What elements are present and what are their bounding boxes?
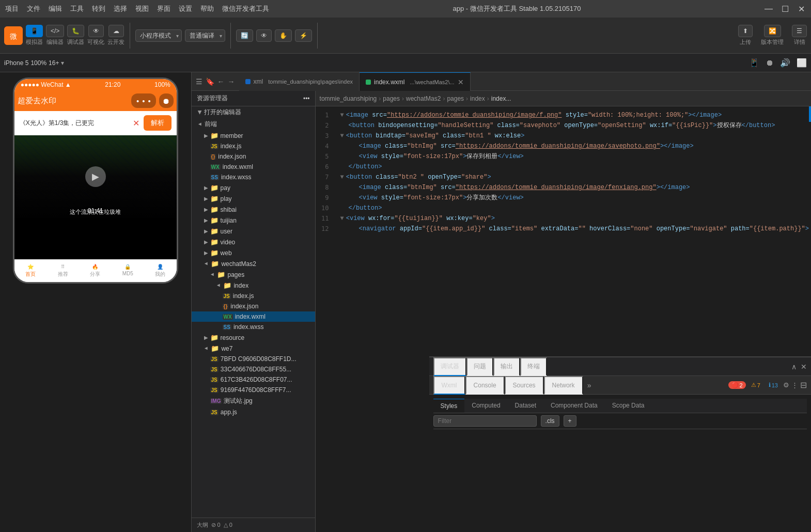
tree-item-we7[interactable]: ▼ 📁 we7 [192, 343, 315, 354]
detail-tool[interactable]: ☰ 详情 [792, 25, 807, 46]
tree-item-index-folder[interactable]: ▼ 📁 index [192, 280, 315, 291]
upload-button[interactable]: ⬆ [738, 25, 753, 37]
analyze-button[interactable]: 解析 [144, 115, 171, 131]
tree-item-33c4[interactable]: JS 33C406676D08C8FF55... [192, 364, 315, 374]
tab-problems[interactable]: 问题 [466, 357, 493, 376]
cloud-button[interactable]: ☁ [108, 25, 124, 37]
audio-button[interactable]: 🔊 [780, 58, 790, 68]
tree-item-pages[interactable]: ▼ 📁 pages [192, 269, 315, 280]
more-icon[interactable]: ••• [303, 95, 310, 102]
refresh-tool[interactable]: 🔄 [236, 29, 253, 42]
record-button[interactable]: ⏺ [766, 58, 774, 68]
tree-item-7bfd[interactable]: JS 7BFD C9606D08C8FF1D... [192, 354, 315, 364]
nav-home[interactable]: ⭐ 首页 [25, 264, 36, 278]
inspect-button[interactable]: 👁 [256, 29, 272, 42]
close-icon[interactable]: ✕ [133, 118, 139, 128]
tree-item-member-js[interactable]: JS index.js [192, 141, 315, 151]
mode-selector-group[interactable]: 小程序模式 [135, 29, 182, 42]
gesture-button[interactable]: ✋ [275, 29, 292, 42]
devtool-console[interactable]: Console [465, 376, 505, 395]
tree-item-user[interactable]: ▶ 📁 user [192, 226, 315, 237]
panel-tab-styles[interactable]: Styles [433, 399, 465, 413]
menu-view[interactable]: 视图 [135, 4, 149, 13]
filter-input[interactable] [433, 415, 537, 427]
close-button[interactable]: ✕ [798, 5, 806, 13]
nav-md5[interactable]: 🔒 MD5 [122, 264, 133, 278]
frontend-section[interactable]: ▼ 前端 [192, 118, 315, 130]
menu-edit[interactable]: 编辑 [49, 4, 62, 13]
nav-recommend[interactable]: ⠿ 推荐 [58, 264, 68, 278]
nav-mine[interactable]: 👤 我的 [155, 264, 165, 278]
tree-item-video[interactable]: ▶ 📁 video [192, 237, 315, 247]
tab-output[interactable]: 输出 [493, 357, 520, 376]
debugger-tool[interactable]: 🐛 调试器 [67, 25, 84, 46]
fullscreen-button[interactable]: ⬜ [797, 58, 807, 68]
tree-item-index-js[interactable]: JS index.js [192, 291, 315, 301]
breadcrumb-wechatmas2[interactable]: wechatMas2 [406, 95, 441, 102]
tree-item-index-wxml[interactable]: WX index.wxml [192, 311, 315, 322]
panel-tab-computed[interactable]: Computed [464, 399, 507, 413]
tree-item-index-wxss[interactable]: SS index.wxss [192, 322, 315, 332]
tree-item-pay[interactable]: ▶ 📁 pay [192, 182, 315, 193]
video-player[interactable]: ▶ 01:41 这个流浪汉在垃圾堆 [14, 135, 177, 218]
menu-bar[interactable]: 项目 文件 编辑 工具 转到 选择 视图 界面 设置 帮助 微信开发者工具 [5, 4, 269, 13]
nav-share[interactable]: 🔥 分享 [90, 264, 100, 278]
panel-tab-dataset[interactable]: Dataset [508, 399, 543, 413]
breadcrumb-root[interactable]: tommie_duanshiping [320, 95, 377, 102]
forward-button[interactable]: → [228, 77, 235, 86]
tree-item-app-js[interactable]: JS app.js [192, 407, 315, 417]
minimize-button[interactable]: — [765, 5, 773, 13]
devtool-wxml[interactable]: Wxml [433, 376, 465, 395]
tree-item-617c[interactable]: JS 617C3B426D08C8FF07... [192, 374, 315, 385]
menu-select[interactable]: 选择 [114, 4, 127, 13]
tree-item-shibai[interactable]: ▶ 📁 shibai [192, 204, 315, 215]
mode-selector[interactable]: 小程序模式 [135, 29, 182, 42]
tree-item-web[interactable]: ▶ 📁 web [192, 247, 315, 258]
devtools-dock-button[interactable]: ⊟ [800, 380, 807, 390]
simulator-tool[interactable]: 📱 模拟器 [26, 25, 43, 46]
menu-project[interactable]: 项目 [5, 4, 19, 13]
visual-tool[interactable]: 👁 可视化 [87, 25, 104, 46]
tab-terminal[interactable]: 终端 [520, 357, 547, 376]
tab-debugger[interactable]: 调试器 [433, 357, 466, 376]
detail-button[interactable]: ☰ [792, 25, 807, 37]
tab-wxml[interactable]: index.wxml ...\wechatMas2\... ✕ [360, 72, 471, 91]
menu-help[interactable]: 帮助 [200, 4, 214, 13]
play-button[interactable]: ▶ [85, 166, 106, 187]
tree-item-resource[interactable]: ▶ 📁 resource [192, 332, 315, 343]
devtool-network[interactable]: Network [544, 376, 583, 395]
bookmark-button[interactable]: 🔖 [206, 77, 214, 86]
devtool-sources[interactable]: Sources [505, 376, 544, 395]
menu-goto[interactable]: 转到 [92, 4, 105, 13]
editor-tool[interactable]: </> 编辑器 [46, 25, 64, 46]
tree-item-member[interactable]: ▶ 📁 member [192, 130, 315, 141]
compile-selector[interactable]: 普通编译 [185, 29, 225, 42]
cls-button[interactable]: .cls [541, 415, 559, 427]
file-tree-content[interactable]: ▶ 打开的编辑器 ▼ 前端 ▶ [192, 106, 315, 518]
layout-button[interactable]: ☰ [196, 77, 202, 86]
debugger-button[interactable]: 🐛 [67, 25, 84, 37]
menu-tools[interactable]: 工具 [70, 4, 84, 13]
tree-item-index-json[interactable]: {} index.json [192, 301, 315, 311]
compile-selector-group[interactable]: 普通编译 [185, 29, 225, 42]
open-editors-section[interactable]: ▶ 打开的编辑器 [192, 106, 315, 118]
expand-panel-button[interactable]: ∧ [791, 363, 797, 371]
breadcrumb-pages2[interactable]: pages [447, 95, 464, 102]
devtools-settings-button[interactable]: ⚙ [783, 381, 789, 389]
menu-settings[interactable]: 设置 [179, 4, 192, 13]
more-devtools-button[interactable]: » [583, 381, 596, 389]
editor-button[interactable]: </> [46, 25, 64, 37]
menu-file[interactable]: 文件 [27, 4, 40, 13]
close-panel-button[interactable]: ✕ [801, 363, 807, 371]
devtools-menu-button[interactable]: ⋮ [791, 381, 798, 389]
upload-tool[interactable]: ⬆ 上传 [738, 25, 753, 46]
tab-wxml-close[interactable]: ✕ [458, 78, 464, 86]
panel-tab-component-data[interactable]: Component Data [543, 399, 605, 413]
tree-item-member-wxml[interactable]: WX index.wxml [192, 162, 315, 172]
tree-item-9169[interactable]: JS 9169F4476D08C8FFF7... [192, 385, 315, 395]
breadcrumb-pages[interactable]: pages [383, 95, 400, 102]
tree-item-test-jpg[interactable]: IMG 测试站.jpg [192, 395, 315, 407]
tree-item-tuijian[interactable]: ▶ 📁 tuijian [192, 215, 315, 226]
simulator-button[interactable]: 📱 [26, 25, 43, 37]
tab-xml[interactable]: xml tommie_duanshiping\pages\index [239, 72, 360, 91]
